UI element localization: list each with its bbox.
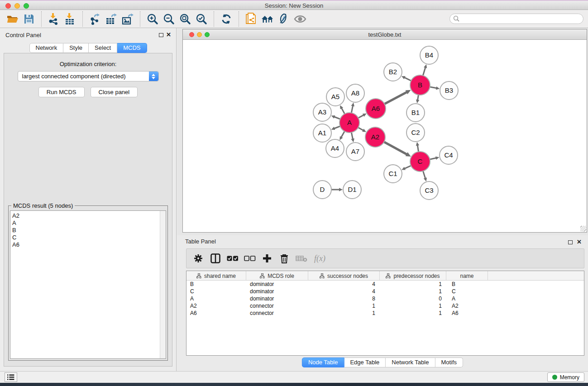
table-cell[interactable]: connector — [246, 310, 308, 317]
close-panel-button[interactable]: Close panel — [91, 87, 138, 97]
export-image-button[interactable] — [120, 11, 136, 27]
table-cell[interactable]: dominator — [246, 281, 308, 288]
network-graph[interactable]: B4B2BB3A8A5A6A3B1AA1C2A2A4A7C4CC1DD1C3 — [183, 40, 587, 232]
node-B1[interactable]: B1 — [406, 104, 425, 122]
node-C2[interactable]: C2 — [406, 124, 425, 142]
node-C1[interactable]: C1 — [384, 165, 402, 183]
tab-style[interactable]: Style — [63, 43, 89, 53]
function-builder-button[interactable]: f(x) — [312, 254, 325, 263]
table-cell[interactable]: A2 — [186, 302, 246, 310]
table-row[interactable]: Bdominator41B — [186, 281, 584, 288]
result-scrollbar[interactable] — [160, 211, 166, 358]
add-column-button[interactable] — [261, 252, 273, 265]
table-cell[interactable]: dominator — [246, 295, 308, 302]
tab-mcds[interactable]: MCDS — [117, 43, 147, 53]
float-table-panel-icon[interactable] — [568, 240, 573, 244]
result-item[interactable]: A2 — [10, 212, 166, 219]
node-A6[interactable]: A6 — [366, 99, 386, 119]
float-panel-icon[interactable] — [159, 33, 163, 37]
table-cell[interactable]: B — [446, 281, 488, 288]
node-B3[interactable]: B3 — [440, 81, 458, 100]
table-cell[interactable]: 1 — [380, 288, 446, 295]
table-cell[interactable]: C — [186, 288, 246, 295]
table-row[interactable]: Adominator80A — [186, 295, 584, 302]
zoom-out-button[interactable] — [161, 11, 177, 27]
export-table-button[interactable] — [103, 11, 120, 27]
open-session-button[interactable] — [5, 11, 21, 27]
node-C[interactable]: C — [410, 152, 430, 172]
table-row[interactable]: Cdominator41C — [186, 288, 584, 295]
node-B[interactable]: B — [410, 75, 430, 95]
resize-grip-icon[interactable] — [580, 226, 586, 232]
network-window-titlebar[interactable]: testGlobe.txt — [183, 29, 587, 40]
table-settings-button[interactable] — [192, 252, 205, 265]
result-item[interactable]: A — [10, 219, 166, 227]
table-cell[interactable]: 4 — [308, 281, 380, 288]
table-cell[interactable]: A6 — [446, 310, 488, 317]
import-table-button[interactable] — [62, 11, 78, 27]
table-cell[interactable]: connector — [246, 302, 308, 310]
table-cell[interactable]: B — [186, 281, 246, 288]
table-cell[interactable]: A6 — [186, 310, 246, 317]
cybrowser-button[interactable] — [259, 11, 276, 27]
zoom-selected-button[interactable] — [193, 11, 210, 27]
tab-network-table[interactable]: Network Table — [386, 357, 435, 367]
deselect-all-columns-button[interactable] — [244, 252, 256, 265]
zoom-fit-button[interactable] — [177, 11, 193, 27]
node-C4[interactable]: C4 — [440, 146, 458, 164]
column-header-successor-nodes[interactable]: successor nodes — [308, 271, 380, 281]
table-row[interactable]: A2connector11A2 — [186, 302, 584, 310]
delete-column-button[interactable] — [278, 252, 291, 265]
table-cell[interactable]: 1 — [308, 302, 380, 310]
node-A5[interactable]: A5 — [326, 88, 344, 106]
table-cell[interactable]: A — [186, 295, 246, 302]
table-cell[interactable]: 8 — [308, 295, 380, 302]
select-all-columns-button[interactable] — [226, 252, 239, 265]
node-A7[interactable]: A7 — [346, 143, 364, 161]
node-A[interactable]: A — [339, 113, 359, 133]
export-network-button[interactable] — [87, 11, 103, 27]
column-header-name[interactable]: name — [446, 271, 488, 281]
node-A1[interactable]: A1 — [313, 124, 331, 142]
table-cell[interactable]: A2 — [446, 302, 488, 310]
node-B4[interactable]: B4 — [420, 46, 438, 64]
table-cell[interactable]: 1 — [308, 310, 380, 317]
vizmapper-button[interactable] — [276, 11, 292, 27]
node-B2[interactable]: B2 — [384, 63, 402, 81]
node-A3[interactable]: A3 — [313, 103, 331, 121]
optimization-criterion-select[interactable]: largest connected component (directed) — [18, 71, 159, 81]
new-network-file-button[interactable] — [243, 11, 259, 27]
delete-table-button[interactable] — [295, 252, 308, 265]
result-item[interactable]: B — [10, 227, 166, 234]
table-cell[interactable]: 4 — [308, 288, 380, 295]
close-panel-icon[interactable]: ✕ — [166, 31, 171, 38]
show-hide-panel-button[interactable] — [292, 11, 308, 27]
node-A4[interactable]: A4 — [326, 139, 344, 157]
node-A2[interactable]: A2 — [365, 127, 385, 147]
save-session-button[interactable] — [21, 11, 37, 27]
table-cell[interactable]: 1 — [380, 281, 446, 288]
node-C3[interactable]: C3 — [420, 181, 438, 200]
table-cell[interactable]: dominator — [246, 288, 308, 295]
tab-edge-table[interactable]: Edge Table — [344, 357, 386, 367]
result-item[interactable]: C — [10, 234, 166, 241]
tab-motifs[interactable]: Motifs — [435, 357, 463, 367]
table-cell[interactable]: 1 — [380, 302, 446, 310]
table-cell[interactable]: A — [446, 295, 488, 302]
import-network-button[interactable] — [46, 11, 62, 27]
memory-button[interactable]: Memory — [547, 372, 584, 382]
node-A8[interactable]: A8 — [346, 84, 364, 102]
close-table-panel-icon[interactable]: ✕ — [577, 238, 582, 245]
column-header-predecessor-nodes[interactable]: predecessor nodes — [380, 271, 446, 281]
tab-network[interactable]: Network — [29, 43, 63, 53]
run-mcds-button[interactable]: Run MCDS — [38, 87, 85, 97]
search-input[interactable] — [449, 14, 583, 24]
apply-layout-button[interactable] — [218, 11, 234, 27]
table-row[interactable]: A6connector11A6 — [186, 310, 584, 317]
column-header-MCDS-role[interactable]: MCDS role — [246, 271, 308, 281]
table-cell[interactable]: C — [446, 288, 488, 295]
node-D[interactable]: D — [313, 181, 331, 199]
result-item[interactable]: A6 — [10, 241, 166, 248]
tab-select[interactable]: Select — [89, 43, 117, 53]
table-cell[interactable]: 0 — [380, 295, 446, 302]
